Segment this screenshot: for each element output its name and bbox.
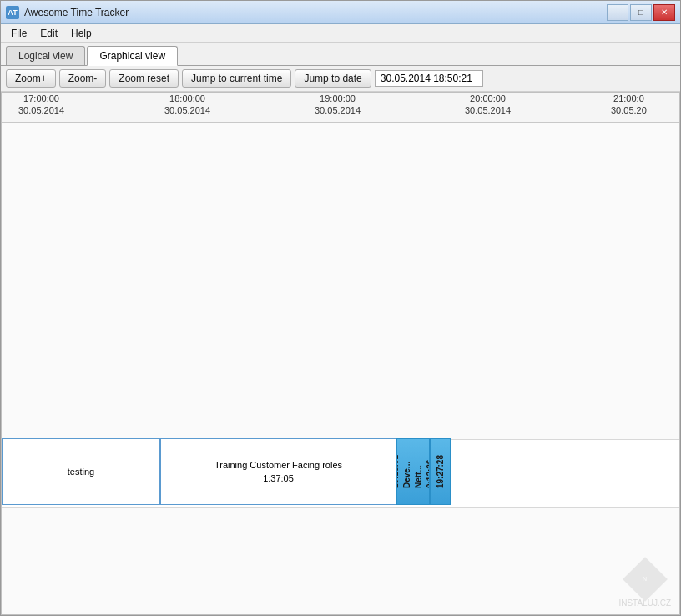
bottom-band <box>2 508 679 614</box>
jump-to-date-button[interactable]: Jump to date <box>295 69 371 88</box>
zoom-reset-button[interactable]: Zoom reset <box>109 69 179 88</box>
toolbar: Zoom+ Zoom- Zoom reset Jump to current t… <box>1 66 680 92</box>
top-band <box>2 123 679 440</box>
close-button[interactable]: ✕ <box>653 4 675 21</box>
tab-bar: Logical view Graphical view <box>1 43 680 66</box>
tab-logical-view[interactable]: Logical view <box>6 46 85 65</box>
watermark-diamond: N <box>623 557 668 602</box>
dev-block-1[interactable]: 19:15:01 Deve... Nett... 0:12:26 <box>396 438 430 505</box>
menu-help[interactable]: Help <box>64 26 98 41</box>
tab-graphical-view[interactable]: Graphical view <box>87 46 178 66</box>
time-label-2100: 21:00:0 30.05.20 <box>611 93 647 117</box>
main-window: AT Awesome Time Tracker – □ ✕ File Edit … <box>0 0 681 616</box>
testing-label: testing <box>68 467 94 477</box>
app-icon: AT <box>6 6 19 19</box>
time-label-2000: 20:00:00 30.05.2014 <box>465 93 511 117</box>
time-label-1900: 19:00:00 30.05.2014 <box>315 93 361 117</box>
maximize-button[interactable]: □ <box>630 4 652 21</box>
dev-block-1-text: 19:15:01 Deve... Nett... 0:12:26 <box>396 455 430 488</box>
current-time-input[interactable] <box>375 70 483 87</box>
watermark: N INSTALUJ.CZ <box>618 563 671 608</box>
minimize-button[interactable]: – <box>607 4 628 21</box>
training-task-block[interactable]: Training Customer Facing roles 1:37:05 <box>160 438 396 505</box>
timeline-body: testing Training Customer Facing roles 1… <box>2 123 679 614</box>
app-icon-text: AT <box>8 8 17 17</box>
zoom-in-button[interactable]: Zoom+ <box>6 69 56 88</box>
time-label-1800: 18:00:00 30.05.2014 <box>164 93 210 117</box>
dev-block-2[interactable]: 19:27:28 <box>430 438 451 505</box>
training-label: Training Customer Facing roles <box>214 460 342 470</box>
jump-current-time-button[interactable]: Jump to current time <box>182 69 291 88</box>
title-bar: AT Awesome Time Tracker – □ ✕ <box>1 1 680 24</box>
time-ruler: 17:00:00 30.05.2014 18:00:00 30.05.2014 … <box>2 93 679 123</box>
content-area: 17:00:00 30.05.2014 18:00:00 30.05.2014 … <box>1 92 680 615</box>
window-title: Awesome Time Tracker <box>24 7 607 18</box>
menu-file[interactable]: File <box>4 26 33 41</box>
time-label-1700: 17:00:00 30.05.2014 <box>18 93 64 117</box>
zoom-out-button[interactable]: Zoom- <box>59 69 107 88</box>
watermark-diamond-text: N <box>643 576 647 583</box>
testing-task-block[interactable]: testing <box>2 438 160 505</box>
dev-block-2-text: 19:27:28 <box>436 455 445 488</box>
title-bar-buttons: – □ ✕ <box>607 4 675 21</box>
training-duration: 1:37:05 <box>263 473 294 483</box>
menu-bar: File Edit Help <box>1 24 680 43</box>
menu-edit[interactable]: Edit <box>33 26 64 41</box>
